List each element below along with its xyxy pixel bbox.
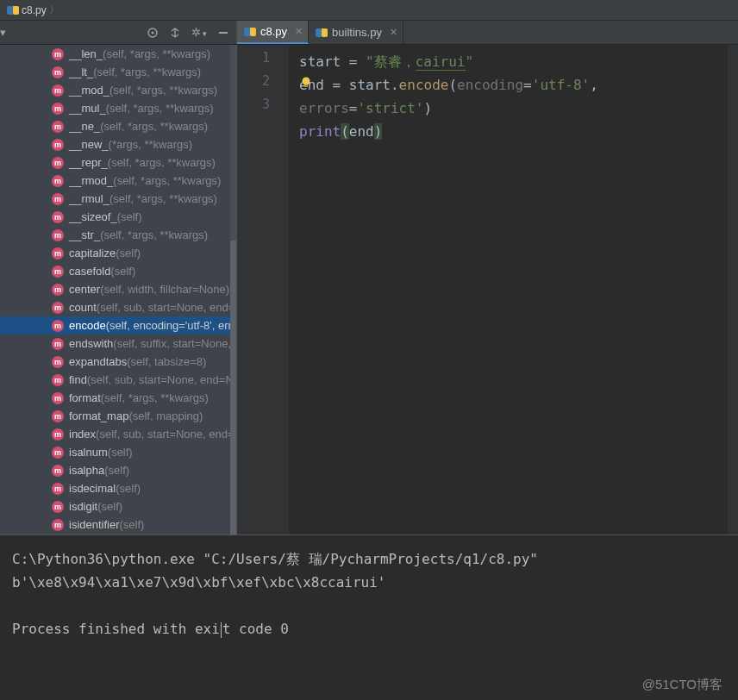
tab-label: builtins.py xyxy=(332,26,382,39)
breadcrumb-file[interactable]: c8.py xyxy=(22,4,47,16)
completion-popup[interactable]: m__len_(self, *args, **kwargs)m__lt_(sel… xyxy=(0,45,237,534)
svg-rect-2 xyxy=(219,32,228,34)
line-number: 1 xyxy=(237,50,289,73)
completion-item[interactable]: m__len_(self, *args, **kwargs) xyxy=(0,45,236,63)
tab-label: c8.py xyxy=(260,25,287,38)
completion-item[interactable]: m__str_(self, *args, **kwargs) xyxy=(0,226,236,244)
method-badge-icon: m xyxy=(52,266,64,278)
completion-name: __lt_ xyxy=(69,66,93,78)
intention-bulb-icon[interactable] xyxy=(299,75,313,89)
method-badge-icon: m xyxy=(52,157,64,169)
method-badge-icon: m xyxy=(52,121,64,133)
completion-name: index xyxy=(69,428,96,441)
console-line: Process finished with exit code 0 xyxy=(12,617,738,641)
watermark: @51CTO博客 xyxy=(642,677,722,693)
dropdown-icon[interactable]: ▾ xyxy=(0,26,6,39)
completion-name: isalnum xyxy=(69,446,108,459)
completion-item[interactable]: misalnum(self) xyxy=(0,443,236,461)
target-icon[interactable] xyxy=(147,27,159,39)
completion-item[interactable]: mcount(self, sub, start=None, end= xyxy=(0,298,236,316)
completion-params: (self, *args, **kwargs) xyxy=(100,228,208,241)
completion-item[interactable]: m__rmul_(self, *args, **kwargs) xyxy=(0,190,236,208)
completion-item[interactable]: mcasefold(self) xyxy=(0,262,236,280)
completion-name: isidentifier xyxy=(69,518,120,531)
console-line: C:\Python36\python.exe "C:/Users/蔡 瑞/Pyc… xyxy=(12,547,738,571)
completion-params: (self, mapping) xyxy=(128,409,203,422)
completion-params: (self) xyxy=(108,446,133,459)
completion-params: (self, sub, start=None, end= xyxy=(96,428,234,441)
completion-params: (self) xyxy=(97,500,122,513)
svg-point-1 xyxy=(152,31,154,34)
completion-name: isdecimal xyxy=(69,482,116,495)
completion-item[interactable]: mformat(self, *args, **kwargs) xyxy=(0,389,236,407)
completion-params: (self, *args, **kwargs) xyxy=(108,156,216,169)
toolbar-row: ▾ ✲▾ c8.py ✕ builtins.py ✕ xyxy=(0,21,738,45)
project-toolbar: ▾ ✲▾ xyxy=(0,21,237,44)
method-badge-icon: m xyxy=(52,392,64,404)
completion-params: (self, *args, **kwargs) xyxy=(101,391,209,404)
method-badge-icon: m xyxy=(52,66,64,78)
code-area[interactable]: start = "蔡睿，cairui" end = start.encode(e… xyxy=(289,45,728,534)
completion-item[interactable]: m__sizeof_(self) xyxy=(0,208,236,226)
completion-item[interactable]: m__new_(*args, **kwargs) xyxy=(0,135,236,153)
completion-params: (self, *args, **kwargs) xyxy=(106,102,214,115)
python-file-icon xyxy=(7,4,19,16)
completion-item[interactable]: m__repr_(self, *args, **kwargs) xyxy=(0,153,236,172)
completion-name: expandtabs xyxy=(69,355,127,368)
completion-item[interactable]: mendswith(self, suffix, start=None, e xyxy=(0,334,236,353)
completion-params: (self, *args, **kwargs) xyxy=(93,66,201,78)
completion-item[interactable]: mcapitalize(self) xyxy=(0,244,236,262)
method-badge-icon: m xyxy=(52,374,64,386)
editor-tabs: c8.py ✕ builtins.py ✕ xyxy=(237,21,403,44)
tab-c8[interactable]: c8.py ✕ xyxy=(237,21,309,44)
completion-name: __repr_ xyxy=(69,156,108,169)
console-line: b'\xe8\x94\xa1\xe7\x9d\xbf\xef\xbc\x8cca… xyxy=(12,571,738,594)
completion-name: __mod_ xyxy=(69,84,109,97)
completion-params: (self) xyxy=(110,265,135,278)
method-badge-icon: m xyxy=(52,483,64,495)
completion-item[interactable]: m__lt_(self, *args, **kwargs) xyxy=(0,63,236,81)
completion-item[interactable]: mexpandtabs(self, tabsize=8) xyxy=(0,353,236,371)
method-badge-icon: m xyxy=(52,175,64,187)
method-badge-icon: m xyxy=(52,356,64,368)
completion-params: (self, sub, start=None, end=N xyxy=(87,373,234,386)
completion-item[interactable]: m__ne_(self, *args, **kwargs) xyxy=(0,117,236,135)
gear-icon[interactable]: ✲▾ xyxy=(191,26,207,39)
completion-name: format xyxy=(69,391,101,404)
svg-point-3 xyxy=(303,78,310,85)
scrollbar-thumb[interactable] xyxy=(230,241,236,534)
completion-item[interactable]: misdigit(self) xyxy=(0,497,236,516)
completion-name: capitalize xyxy=(69,247,116,259)
completion-name: encode xyxy=(69,319,106,332)
method-badge-icon: m xyxy=(52,103,64,115)
completion-item[interactable]: m__mul_(self, *args, **kwargs) xyxy=(0,99,236,117)
completion-item[interactable]: mindex(self, sub, start=None, end= xyxy=(0,425,236,443)
tab-builtins[interactable]: builtins.py ✕ xyxy=(309,21,403,44)
text-cursor xyxy=(221,622,222,638)
editor-stripe xyxy=(728,45,738,534)
code-editor[interactable]: 1 2 3 start = "蔡睿，cairui" end = start.en… xyxy=(237,45,738,534)
method-badge-icon: m xyxy=(52,84,64,97)
completion-name: casefold xyxy=(69,265,110,278)
completion-params: (self) xyxy=(104,464,129,477)
completion-item[interactable]: m__rmod_(self, *args, **kwargs) xyxy=(0,172,236,190)
collapse-icon[interactable] xyxy=(169,27,181,39)
completion-params: (self, *args, **kwargs) xyxy=(109,192,217,205)
completion-item[interactable]: mencode(self, encoding='utf-8', erro xyxy=(0,316,236,334)
code-line: end = start.encode(encoding='utf-8', err… xyxy=(299,73,728,120)
close-icon[interactable]: ✕ xyxy=(295,26,303,37)
completion-item[interactable]: misidentifier(self) xyxy=(0,516,236,534)
hide-icon[interactable] xyxy=(217,27,229,39)
completion-item[interactable]: m__mod_(self, *args, **kwargs) xyxy=(0,81,236,99)
completion-item[interactable]: mcenter(self, width, fillchar=None) xyxy=(0,280,236,298)
completion-item[interactable]: misalpha(self) xyxy=(0,461,236,479)
completion-item[interactable]: misdecimal(self) xyxy=(0,479,236,497)
completion-params: (self) xyxy=(116,482,141,495)
scrollbar[interactable] xyxy=(230,45,236,534)
completion-item[interactable]: mfind(self, sub, start=None, end=N xyxy=(0,371,236,389)
run-console[interactable]: C:\Python36\python.exe "C:/Users/蔡 瑞/Pyc… xyxy=(0,534,738,700)
method-badge-icon: m xyxy=(52,519,64,531)
close-icon[interactable]: ✕ xyxy=(390,27,397,38)
completion-name: __new_ xyxy=(69,138,109,151)
completion-item[interactable]: mformat_map(self, mapping) xyxy=(0,407,236,425)
